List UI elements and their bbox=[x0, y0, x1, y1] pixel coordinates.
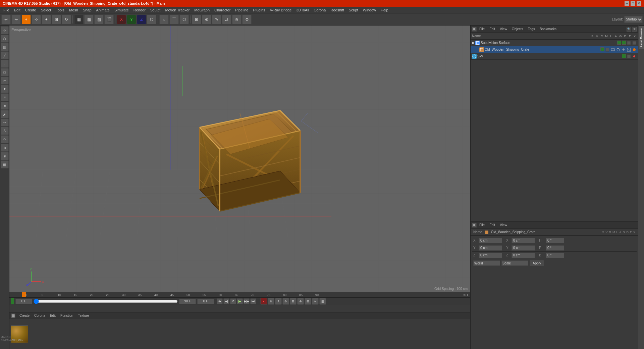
play-button[interactable]: ▶ bbox=[237, 298, 243, 304]
transfer-btn[interactable]: ⇄ bbox=[222, 15, 231, 24]
h-val-input[interactable] bbox=[546, 238, 564, 243]
menu-item-file[interactable]: File bbox=[1, 7, 11, 13]
viewport-icon-1[interactable]: ⊕ bbox=[448, 26, 454, 32]
menu-item-redshift[interactable]: Redshift bbox=[328, 7, 346, 13]
viewport-menu-filter[interactable]: Filter bbox=[80, 27, 91, 32]
y-rot-input[interactable] bbox=[512, 245, 535, 251]
sphere-tool[interactable]: ○ bbox=[159, 15, 169, 24]
next-frame-button[interactable]: ▶▶ bbox=[244, 298, 250, 304]
edit-toggle[interactable]: ✎ bbox=[212, 15, 221, 24]
bezier-tool[interactable]: ⌒ bbox=[169, 15, 179, 24]
mat-corona-menu[interactable]: Corona bbox=[32, 313, 47, 318]
attr-view-menu[interactable]: View bbox=[498, 222, 509, 228]
viewport-menu-panel[interactable]: Panel bbox=[94, 27, 106, 32]
record-btn[interactable]: ● bbox=[260, 298, 267, 305]
attr-panel-icon[interactable]: ▦ bbox=[472, 223, 477, 228]
world-coord-btn[interactable]: ⬡ bbox=[147, 15, 156, 24]
obj-tags-menu[interactable]: Tags bbox=[526, 27, 537, 32]
render-active-view[interactable]: ▧ bbox=[94, 15, 104, 24]
edge-tool[interactable]: ╱ bbox=[1, 51, 9, 59]
snap-toggle[interactable]: ⊛ bbox=[202, 15, 211, 24]
menu-item-edit[interactable]: Edit bbox=[12, 7, 22, 13]
layout-select[interactable]: Startup bbox=[624, 16, 643, 23]
menu-item-character[interactable]: Character bbox=[212, 7, 232, 13]
obj-panel-icon[interactable]: ▦ bbox=[472, 27, 477, 32]
x-axis-btn[interactable]: X bbox=[117, 15, 126, 24]
menu-item-render[interactable]: Render bbox=[131, 7, 148, 13]
coord-system-select[interactable]: World bbox=[473, 260, 500, 266]
auto-key-btn[interactable]: ⊕ bbox=[268, 298, 274, 305]
grid-toggle[interactable]: ⊞ bbox=[192, 15, 201, 24]
key-btn[interactable]: ? bbox=[275, 298, 282, 305]
apply-button[interactable]: Apply bbox=[530, 260, 544, 266]
timeline-scrubber[interactable] bbox=[34, 299, 178, 304]
y-axis-btn[interactable]: Y bbox=[127, 15, 136, 24]
menu-item-plugins[interactable]: Plugins bbox=[251, 7, 267, 13]
obj-row-sky[interactable]: Sky bbox=[471, 53, 638, 60]
morph-btn[interactable]: ⊛ bbox=[297, 298, 304, 305]
menu-item-mograph[interactable]: MoGraph bbox=[192, 7, 212, 13]
z-rot-input[interactable] bbox=[512, 253, 535, 258]
menu-item-animate[interactable]: Animate bbox=[94, 7, 112, 13]
scale-tool-button[interactable]: ⊞ bbox=[52, 15, 61, 24]
current-frame-input[interactable] bbox=[197, 299, 214, 304]
restore-button[interactable]: □ bbox=[631, 1, 635, 6]
mat-texture-menu[interactable]: Texture bbox=[76, 313, 91, 318]
play-reverse-button[interactable]: ↺ bbox=[230, 298, 236, 304]
paint-tool[interactable]: 🖌 bbox=[1, 110, 9, 118]
obj-view-menu[interactable]: View bbox=[498, 27, 509, 32]
menu-item-mesh[interactable]: Mesh bbox=[67, 7, 80, 13]
crate-check-1[interactable] bbox=[600, 47, 604, 51]
go-start-button[interactable]: ⏮ bbox=[217, 298, 223, 304]
magnet-tool[interactable]: S bbox=[1, 127, 9, 135]
menu-item-tools[interactable]: Tools bbox=[54, 7, 66, 13]
mesh-tool[interactable]: ⬡ bbox=[1, 35, 9, 43]
menu-item-pipeline[interactable]: Pipeline bbox=[233, 7, 250, 13]
menu-item-help[interactable]: Help bbox=[379, 7, 390, 13]
obj-bookmarks-menu[interactable]: Bookmarks bbox=[538, 27, 558, 32]
loop-tool[interactable]: ↻ bbox=[1, 102, 9, 110]
motion-path-btn[interactable]: ⊙ bbox=[282, 298, 289, 305]
menu-item-select[interactable]: Select bbox=[39, 7, 53, 13]
new-object-button[interactable]: + bbox=[21, 15, 31, 24]
extrude-tool-left[interactable]: ⬆ bbox=[1, 85, 9, 93]
x-pos-input[interactable] bbox=[479, 238, 502, 243]
spline-tool[interactable]: 〜 bbox=[1, 118, 9, 127]
attr-file-menu[interactable]: File bbox=[477, 222, 487, 228]
menu-item-corona[interactable]: Corona bbox=[312, 7, 328, 13]
render-to-pic[interactable]: 🎬 bbox=[104, 15, 114, 24]
scale-select[interactable]: Scale bbox=[501, 260, 528, 266]
motion-btn[interactable]: ≋ bbox=[232, 15, 241, 24]
menu-item-window[interactable]: Window bbox=[361, 7, 378, 13]
sculpt-tool[interactable]: ⊗ bbox=[1, 152, 9, 160]
menu-item-create[interactable]: Create bbox=[23, 7, 38, 13]
sub-check-2[interactable] bbox=[622, 41, 626, 45]
bevel-tool[interactable]: ⌗ bbox=[1, 93, 9, 101]
viewport-icon-3[interactable]: ⊞ bbox=[463, 26, 469, 32]
render-btn[interactable]: ▦ bbox=[74, 15, 84, 24]
viewport[interactable]: View Cameras Display Options Filter Pane… bbox=[9, 26, 470, 292]
viewport-menu-options[interactable]: Options bbox=[62, 27, 77, 32]
rotate-tool-button[interactable]: ↻ bbox=[62, 15, 71, 24]
render-region-btn[interactable]: ▩ bbox=[84, 15, 94, 24]
layer-btn[interactable]: ⊞ bbox=[290, 298, 297, 305]
knife-tool[interactable]: ✂ bbox=[1, 77, 9, 85]
start-frame-input[interactable] bbox=[15, 299, 32, 304]
live-selection-button[interactable]: ⊹ bbox=[32, 15, 41, 24]
box-tool[interactable]: □ bbox=[1, 68, 9, 76]
b-val-input[interactable] bbox=[546, 253, 564, 258]
y-pos-input[interactable] bbox=[479, 245, 502, 251]
viewport-menu-display[interactable]: Display bbox=[44, 27, 59, 32]
menu-item-motion-tracker[interactable]: Motion Tracker bbox=[163, 7, 192, 13]
minimize-button[interactable]: ─ bbox=[625, 1, 629, 6]
mat-edit-menu[interactable]: Edit bbox=[48, 313, 58, 318]
p-val-input[interactable] bbox=[546, 245, 564, 251]
side-tab-browser[interactable]: Asset Browser bbox=[639, 26, 644, 49]
polygon-tool[interactable]: ▦ bbox=[1, 43, 9, 51]
obj-objects-menu[interactable]: Objects bbox=[510, 27, 525, 32]
obj-edit-menu[interactable]: Edit bbox=[487, 27, 497, 32]
point-tool[interactable]: · bbox=[1, 60, 9, 68]
menu-item-sculpt[interactable]: Sculpt bbox=[148, 7, 163, 13]
move-tool-button[interactable]: ✦ bbox=[42, 15, 51, 24]
z-pos-input[interactable] bbox=[479, 253, 502, 258]
